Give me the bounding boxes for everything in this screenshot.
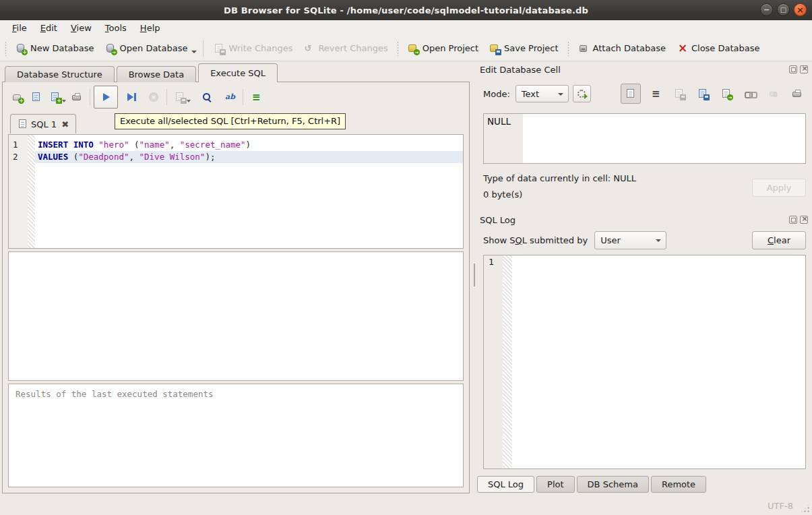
code-line-1: INSERT INTO "hero" ("name", "secret_name… xyxy=(35,139,463,151)
save-results-button xyxy=(170,88,189,107)
sql-document-icon xyxy=(18,119,26,129)
cell-type-info: Type of data currently in cell: NULL xyxy=(483,173,636,183)
new-database-button[interactable]: New Database xyxy=(10,40,100,57)
log-source-select[interactable]: User xyxy=(594,231,666,249)
toolbar-handle[interactable] xyxy=(567,41,570,56)
sql-log-view[interactable]: 1 xyxy=(483,255,806,469)
sql-log-title: SQL Log xyxy=(480,215,789,225)
save-project-icon xyxy=(489,43,500,54)
format-sql-button[interactable] xyxy=(247,88,266,107)
edit-cell-title: Edit Database Cell xyxy=(480,65,789,75)
export-data-button[interactable] xyxy=(718,85,735,102)
log-line-gutter: 1 xyxy=(484,255,503,468)
titlebar: DB Browser for SQLite - /home/user/code/… xyxy=(0,0,812,21)
cell-text-area[interactable] xyxy=(523,114,805,163)
log-content xyxy=(512,255,805,468)
execute-all-button[interactable] xyxy=(94,86,118,109)
close-button[interactable] xyxy=(794,3,807,16)
apply-settings-button[interactable] xyxy=(573,85,591,102)
print-cell-button[interactable] xyxy=(788,85,806,102)
float-dock-icon[interactable] xyxy=(789,65,797,73)
close-dock-icon[interactable] xyxy=(800,65,808,73)
open-in-browser-button[interactable] xyxy=(741,85,759,102)
encoding-indicator[interactable]: UTF-8 xyxy=(768,501,793,511)
execute-current-line-button[interactable] xyxy=(122,88,141,107)
results-grid-panel xyxy=(8,251,464,381)
open-project-icon xyxy=(408,43,418,54)
new-sql-tab-button[interactable] xyxy=(8,88,27,107)
vertical-splitter[interactable] xyxy=(472,61,477,495)
sql-code-editor[interactable]: 1 2 INSERT INTO "hero" ("name", "secret_… xyxy=(8,134,464,249)
cell-size-info: 0 byte(s) xyxy=(483,189,522,200)
menu-tools[interactable]: Tools xyxy=(98,22,133,34)
log-fold-margin xyxy=(503,255,512,468)
close-dock-icon[interactable] xyxy=(800,216,808,224)
close-database-icon xyxy=(677,43,687,54)
find-replace-button[interactable] xyxy=(220,88,239,107)
print-icon xyxy=(792,88,803,99)
open-sql-file-icon xyxy=(31,92,42,102)
window-controls xyxy=(760,3,807,16)
dock-splitter[interactable] xyxy=(477,206,812,211)
save-sql-file-button[interactable] xyxy=(46,88,65,107)
cell-value-editor[interactable]: NULL xyxy=(483,113,806,164)
tab-database-structure[interactable]: Database Structure xyxy=(5,66,115,82)
float-dock-icon[interactable] xyxy=(789,216,797,224)
sql-editor-tab[interactable]: SQL 1 ✖ xyxy=(10,114,76,133)
open-database-icon xyxy=(105,43,116,54)
apply-button: Apply xyxy=(752,179,806,197)
open-sql-file-button[interactable] xyxy=(27,88,46,107)
main-area: Database Structure Browse Data Execute S… xyxy=(0,61,812,495)
attach-database-button[interactable]: Attach Database xyxy=(573,40,671,57)
toolbar-separator xyxy=(203,40,204,57)
toolbar-handle[interactable] xyxy=(396,41,400,56)
text-mode-button[interactable] xyxy=(621,84,641,104)
import-data-icon xyxy=(674,88,685,99)
find-icon xyxy=(201,92,212,102)
word-wrap-button[interactable] xyxy=(647,85,664,102)
menu-view[interactable]: View xyxy=(64,22,98,34)
text-document-icon xyxy=(625,88,636,99)
results-message-panel: Results of the last executed statements xyxy=(8,384,464,487)
word-wrap-icon xyxy=(650,88,661,99)
dock-tabbar: SQL Log Plot DB Schema Remote xyxy=(477,476,706,493)
tab-execute-sql[interactable]: Execute SQL xyxy=(198,63,278,82)
save-as-button[interactable] xyxy=(694,85,712,102)
save-sql-dropdown[interactable] xyxy=(62,100,66,102)
write-changes-button: Write Changes xyxy=(208,40,298,57)
open-database-dropdown[interactable] xyxy=(191,51,197,53)
clear-log-button[interactable]: Clear xyxy=(752,231,806,249)
main-tabbar: Database Structure Browse Data Execute S… xyxy=(0,61,472,82)
print-sql-button[interactable] xyxy=(67,88,86,107)
open-database-button[interactable]: Open Database xyxy=(100,40,193,57)
attach-database-icon xyxy=(578,43,589,54)
open-project-button[interactable]: Open Project xyxy=(402,40,484,57)
format-sql-icon xyxy=(251,92,261,102)
sql-log-filter-row: Show SQL submitted by User Clear xyxy=(483,231,806,249)
set-null-button xyxy=(765,85,782,102)
dock-tab-db-schema[interactable]: DB Schema xyxy=(577,476,649,493)
toolbar-separator xyxy=(90,89,90,105)
chevron-down-icon xyxy=(558,93,563,96)
filter-label: Show SQL submitted by xyxy=(483,235,588,245)
save-project-button[interactable]: Save Project xyxy=(484,40,564,57)
menu-help[interactable]: Help xyxy=(133,22,167,34)
minimize-button[interactable] xyxy=(760,3,773,16)
maximize-button[interactable] xyxy=(777,3,790,16)
mode-select[interactable]: Text xyxy=(516,85,569,102)
dock-tab-remote[interactable]: Remote xyxy=(651,476,706,493)
resize-grip[interactable] xyxy=(801,504,810,513)
toolbar-handle[interactable] xyxy=(4,41,7,56)
sql-toolbar xyxy=(3,82,469,112)
close-sql-tab-icon[interactable]: ✖ xyxy=(61,119,69,129)
right-pane: Edit Database Cell Mode: Text xyxy=(477,61,812,495)
menu-file[interactable]: File xyxy=(5,22,34,34)
find-button[interactable] xyxy=(197,88,216,107)
code-area[interactable]: INSERT INTO "hero" ("name", "secret_name… xyxy=(35,135,463,248)
dock-tab-sql-log[interactable]: SQL Log xyxy=(477,476,534,493)
new-sql-tab-icon xyxy=(12,92,23,102)
menu-edit[interactable]: Edit xyxy=(34,22,64,34)
tab-browse-data[interactable]: Browse Data xyxy=(117,66,197,82)
dock-tab-plot[interactable]: Plot xyxy=(536,476,575,493)
close-database-button[interactable]: Close Database xyxy=(671,40,766,57)
